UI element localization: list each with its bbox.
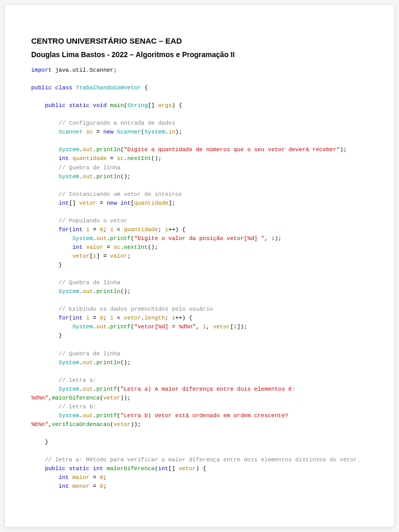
- method-println: println: [96, 360, 120, 366]
- keyword-import: import: [31, 67, 52, 73]
- keyword-int: int: [59, 474, 69, 481]
- string-literal: "Letra a) A maior diferença entre dois e…: [121, 386, 296, 392]
- var-i: i: [271, 235, 275, 242]
- field-out: out: [83, 174, 93, 180]
- type-system: System: [59, 386, 79, 392]
- document-subtitle: Douglas Lima Bastos - 2022 – Algoritmos …: [31, 50, 368, 59]
- type-system: System: [72, 324, 93, 330]
- field-out: out: [83, 360, 93, 366]
- string-literal: %d%n": [31, 395, 48, 401]
- field-out: out: [83, 288, 93, 295]
- keyword-int: int: [72, 315, 83, 321]
- field-in: in: [168, 129, 175, 135]
- keyword-int: int: [59, 200, 69, 206]
- comment: // Quebra de linha: [59, 165, 121, 171]
- method-println: println: [96, 147, 120, 153]
- var-sc: sc: [117, 155, 124, 162]
- method-printf: printf: [110, 324, 131, 330]
- comment: // Quebra de linha: [59, 351, 121, 357]
- comment: // letra b:: [59, 404, 97, 410]
- keyword-for: for: [59, 227, 69, 233]
- keyword-new: new: [107, 200, 117, 206]
- field-out: out: [83, 413, 93, 419]
- var-i: i: [110, 315, 114, 321]
- method-nextint: nextInt: [127, 155, 151, 162]
- string-literal: "Digite o valor da posição vetor[%d] ": [134, 235, 264, 242]
- type-system: System: [59, 174, 79, 180]
- type-system: System: [59, 147, 79, 153]
- keyword-public: public: [31, 85, 52, 91]
- method-maiordiferenca: maiorDiferenca: [52, 395, 100, 401]
- import-package: java.util.Scanner;: [52, 67, 117, 73]
- var-vetor: vetor: [72, 253, 89, 259]
- field-out: out: [96, 235, 107, 242]
- method-main: main: [110, 102, 124, 109]
- var-i: i: [172, 315, 176, 321]
- var-vetor: vetor: [179, 466, 196, 472]
- keyword-void: void: [93, 102, 107, 109]
- number-zero: 0: [100, 227, 103, 233]
- method-printf: printf: [96, 386, 117, 392]
- var-i: i: [165, 227, 169, 233]
- method-maiordiferenca: maiorDiferenca: [107, 466, 154, 472]
- var-sc: sc: [86, 129, 93, 135]
- number-zero: 0: [100, 483, 103, 489]
- keyword-for: for: [59, 315, 69, 321]
- method-nextint: nextInt: [124, 244, 148, 250]
- var-i: i: [203, 324, 206, 330]
- field-out: out: [83, 147, 93, 153]
- var-quantidade: quantidade: [72, 155, 107, 162]
- comment: // Configurando a entrada de dados: [59, 120, 175, 126]
- code-block: import java.util.Scanner; public class T…: [31, 66, 368, 491]
- var-vetor: vetor: [213, 324, 230, 330]
- type-system: System: [59, 288, 79, 295]
- keyword-class: class: [55, 85, 72, 91]
- var-i: i: [93, 253, 97, 259]
- var-vetor: vetor: [113, 421, 130, 428]
- method-printf: printf: [110, 235, 131, 242]
- keyword-int: int: [59, 483, 69, 489]
- var-valor: valor: [110, 253, 127, 259]
- var-sc: sc: [113, 244, 120, 250]
- field-length: length: [144, 315, 165, 321]
- comment: // letra a:: [59, 377, 97, 383]
- method-verificaordenacao: verificaOrdenacao: [52, 421, 110, 428]
- method-printf: printf: [96, 413, 117, 419]
- field-out: out: [96, 324, 107, 330]
- var-i: i: [86, 227, 90, 233]
- keyword-int: int: [59, 155, 69, 162]
- string-literal: "Digite a quantidade de números que o se…: [124, 147, 340, 153]
- keyword-int: int: [158, 466, 168, 472]
- keyword-int: int: [72, 227, 83, 233]
- field-out: out: [83, 386, 93, 392]
- keyword-int: int: [93, 466, 103, 472]
- comment: // Exibindo os dados preenchidos pelo us…: [59, 306, 213, 312]
- keyword-static: static: [69, 102, 90, 109]
- var-i: i: [234, 324, 237, 330]
- var-maior: maior: [72, 474, 89, 481]
- number-zero: 0: [100, 474, 103, 481]
- method-println: println: [96, 174, 120, 180]
- type-system: System: [59, 413, 79, 419]
- comment: // Populando o vetor: [59, 218, 127, 224]
- type-system: System: [144, 129, 165, 135]
- document-title: CENTRO UNIVERSITÁRIO SENAC – EAD: [31, 36, 368, 45]
- keyword-public: public: [45, 466, 65, 472]
- var-menor: menor: [72, 483, 89, 489]
- method-println: println: [96, 288, 120, 295]
- var-i: i: [110, 227, 114, 233]
- keyword-static: static: [69, 466, 90, 472]
- type-system: System: [72, 235, 93, 242]
- var-quantidade: quantidade: [134, 200, 168, 206]
- type-system: System: [59, 360, 79, 366]
- number-zero: 0: [100, 315, 103, 321]
- string-literal: "Letra b) Vetor está ordenado em ordem c…: [121, 413, 288, 419]
- class-name: TrabalhandoComVetor: [76, 85, 141, 91]
- comment: // Quebra de linha: [59, 280, 121, 286]
- string-literal: %b%n": [31, 421, 48, 428]
- var-args: args: [158, 102, 171, 109]
- type-scanner: Scanner: [117, 129, 141, 135]
- var-i: i: [86, 315, 90, 321]
- type-string: String: [127, 102, 148, 109]
- var-vetor: vetor: [79, 200, 96, 206]
